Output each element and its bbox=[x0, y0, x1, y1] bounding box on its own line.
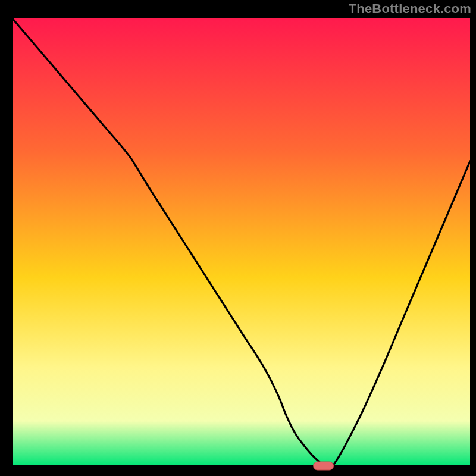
optimal-marker bbox=[314, 462, 334, 470]
plot-gradient-background bbox=[12, 18, 470, 466]
watermark-text: TheBottleneck.com bbox=[349, 1, 471, 17]
chart-stage: TheBottleneck.com bbox=[0, 0, 476, 476]
bottleneck-chart bbox=[0, 0, 476, 476]
